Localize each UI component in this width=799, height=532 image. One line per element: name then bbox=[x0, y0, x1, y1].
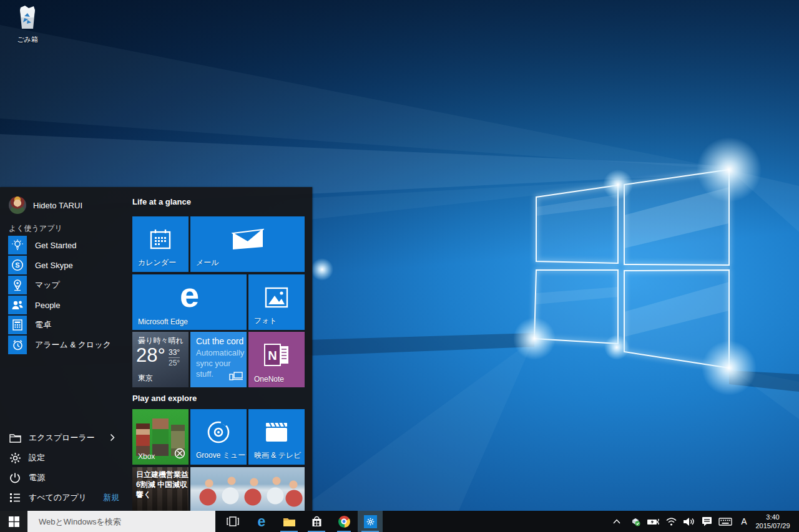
map-pin-icon bbox=[8, 276, 27, 294]
photos-icon bbox=[248, 274, 305, 320]
task-view-button[interactable] bbox=[219, 511, 247, 532]
tile-group-header-life: Life at a glance bbox=[132, 197, 191, 206]
start-item-label: Get Started bbox=[35, 241, 76, 250]
start-item-label: Get Skype bbox=[35, 261, 73, 270]
tile-label: Xbox bbox=[138, 452, 155, 461]
taskbar-edge-button[interactable]: e bbox=[248, 511, 275, 532]
mail-icon bbox=[190, 216, 305, 262]
search-input[interactable] bbox=[27, 516, 202, 527]
tray-ime-mode[interactable]: A bbox=[738, 511, 750, 532]
user-account-button[interactable]: Hideto TARUI bbox=[9, 196, 82, 214]
start-item-settings[interactable]: 設定 bbox=[8, 448, 128, 467]
tray-battery[interactable] bbox=[645, 511, 662, 532]
start-item-all-apps[interactable]: すべてのアプリ 新規 bbox=[8, 488, 128, 507]
tile-group-header-play: Play and explore bbox=[132, 394, 197, 403]
edge-icon: e bbox=[132, 274, 247, 320]
tile-label: Groove ミュージ... bbox=[196, 450, 247, 461]
people-icon bbox=[8, 296, 27, 314]
promo-title: Cut the cord bbox=[196, 336, 243, 346]
start-item-label: 電源 bbox=[29, 472, 45, 483]
frequent-apps-header: よく使うアプリ bbox=[9, 223, 62, 234]
tray-volume[interactable] bbox=[680, 511, 697, 532]
tray-dropbox[interactable] bbox=[628, 511, 643, 532]
tile-mail[interactable]: メール bbox=[190, 216, 305, 272]
tile-onenote-promo[interactable]: Cut the cord Automatically sync your stu… bbox=[190, 332, 247, 387]
weather-low: 25° bbox=[169, 359, 180, 367]
tile-label: OneNote bbox=[254, 375, 284, 384]
user-avatar bbox=[9, 196, 26, 214]
desktop: ごみ箱 Hideto TARUI よく使うアプリ Get Started S G… bbox=[0, 0, 799, 532]
devices-icon bbox=[229, 371, 243, 384]
tile-news-photo[interactable] bbox=[190, 467, 305, 511]
start-item-calculator[interactable]: 電卓 bbox=[8, 316, 149, 334]
start-item-power[interactable]: 電源 bbox=[8, 468, 128, 487]
start-item-maps[interactable]: マップ bbox=[8, 276, 149, 294]
start-item-get-started[interactable]: Get Started bbox=[8, 236, 149, 254]
dropbox-icon bbox=[630, 516, 640, 526]
xbox-avatar-figure bbox=[136, 423, 150, 456]
tile-calendar[interactable]: カレンダー bbox=[132, 216, 189, 272]
tile-groove-music[interactable]: Groove ミュージ... bbox=[190, 409, 247, 465]
recycle-bin-label: ごみ箱 bbox=[6, 35, 49, 44]
taskbar-settings-button[interactable] bbox=[358, 511, 383, 532]
speaker-icon bbox=[683, 517, 694, 526]
start-item-label: 設定 bbox=[29, 452, 45, 463]
taskbar-store-button[interactable] bbox=[303, 511, 330, 532]
recycle-bin-icon bbox=[16, 5, 39, 31]
folder-icon bbox=[8, 432, 22, 444]
tile-label: Microsoft Edge bbox=[138, 317, 188, 326]
task-view-icon bbox=[227, 516, 239, 526]
taskbar-chrome-button[interactable] bbox=[330, 511, 358, 532]
edge-icon: e bbox=[258, 515, 266, 529]
start-item-label: アラーム & クロック bbox=[35, 339, 111, 351]
taskbar-file-explorer-button[interactable] bbox=[275, 511, 303, 532]
tray-show-hidden-icons[interactable] bbox=[609, 511, 624, 532]
taskbar-clock[interactable]: 3:40 2015/07/29 bbox=[752, 511, 794, 532]
start-item-label: マップ bbox=[35, 279, 60, 291]
clock-date: 2015/07/29 bbox=[755, 521, 790, 530]
tile-onenote[interactable]: N OneNote bbox=[248, 332, 305, 387]
weather-temp: 28° bbox=[136, 344, 165, 367]
all-apps-icon bbox=[8, 491, 22, 504]
start-item-label: すべてのアプリ bbox=[29, 492, 87, 503]
store-icon bbox=[311, 516, 323, 528]
chevron-right-icon bbox=[110, 433, 115, 443]
start-menu: Hideto TARUI よく使うアプリ Get Started S Get S… bbox=[0, 187, 312, 511]
start-item-alarms[interactable]: アラーム & クロック bbox=[8, 336, 149, 354]
tile-news[interactable]: 日立建機営業益 6割減 中国減収 響く bbox=[132, 467, 189, 511]
xbox-logo-icon bbox=[174, 448, 185, 462]
calendar-icon bbox=[132, 216, 189, 262]
action-center-icon bbox=[702, 516, 712, 526]
xbox-avatar-figure bbox=[152, 418, 169, 456]
skype-icon: S bbox=[8, 256, 27, 274]
svg-text:S: S bbox=[15, 261, 19, 269]
tile-weather[interactable]: 曇り時々晴れ 28° 33° 25° 東京 bbox=[132, 332, 189, 387]
power-icon bbox=[8, 472, 22, 484]
gear-icon bbox=[8, 452, 22, 464]
tile-label: メール bbox=[196, 258, 219, 268]
start-item-get-skype[interactable]: S Get Skype bbox=[8, 256, 149, 274]
tile-photos[interactable]: フォト bbox=[248, 274, 305, 330]
recycle-bin[interactable]: ごみ箱 bbox=[6, 5, 49, 44]
tile-xbox[interactable]: Xbox bbox=[132, 409, 189, 465]
tile-movies-tv[interactable]: 映画 & テレビ bbox=[248, 409, 305, 465]
tile-label: カレンダー bbox=[138, 258, 176, 268]
start-item-explorer[interactable]: エクスプローラー bbox=[8, 428, 128, 447]
tray-action-center[interactable] bbox=[699, 511, 715, 532]
start-item-label: 電卓 bbox=[35, 319, 51, 331]
movies-tv-icon bbox=[248, 409, 305, 455]
settings-icon bbox=[364, 515, 377, 528]
user-name: Hideto TARUI bbox=[33, 201, 82, 210]
start-item-people[interactable]: People bbox=[8, 296, 149, 314]
windows-logo-icon bbox=[9, 516, 19, 527]
taskbar-search[interactable] bbox=[27, 511, 215, 532]
keyboard-icon bbox=[718, 518, 732, 526]
tray-network[interactable] bbox=[664, 511, 679, 532]
start-button[interactable] bbox=[0, 511, 27, 532]
calculator-icon bbox=[8, 316, 27, 334]
groove-music-icon bbox=[190, 409, 247, 455]
chevron-up-icon bbox=[613, 519, 620, 524]
tile-microsoft-edge[interactable]: e Microsoft Edge bbox=[132, 274, 247, 330]
tray-touch-keyboard[interactable] bbox=[717, 511, 734, 532]
battery-charging-icon bbox=[647, 518, 660, 526]
